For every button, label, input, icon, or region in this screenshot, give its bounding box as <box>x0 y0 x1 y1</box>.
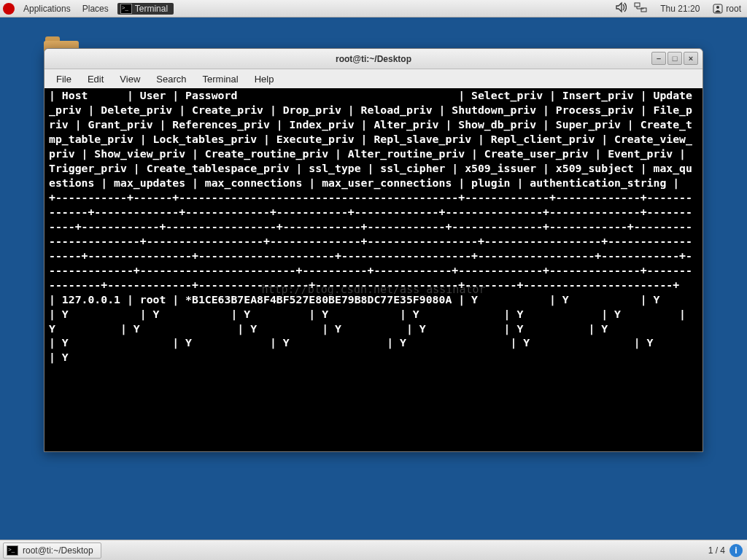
terminal-window: root@ti:~/Desktop – □ × File Edit View S… <box>44 48 703 452</box>
terminal-output[interactable]: | Host | User | Password | Select_priv |… <box>44 88 703 451</box>
close-button[interactable]: × <box>684 52 698 65</box>
menu-search[interactable]: Search <box>149 72 193 86</box>
user-label: root <box>726 4 741 14</box>
svg-rect-0 <box>635 3 640 7</box>
mysql-data-row: | 127.0.0.1 | root | *B1CE63B7EA8F4BF527… <box>49 293 703 364</box>
volume-icon[interactable] <box>615 1 627 15</box>
svg-point-3 <box>716 6 719 9</box>
menu-file[interactable]: File <box>49 72 79 86</box>
menu-view[interactable]: View <box>112 72 147 86</box>
user-menu[interactable]: root <box>713 4 741 14</box>
mysql-header-row: | Host | User | Password | Select_priv |… <box>49 89 692 189</box>
terminal-launcher[interactable]: Terminal <box>117 3 174 15</box>
menu-help[interactable]: Help <box>247 72 282 86</box>
taskbar-label: root@ti:~/Desktop <box>23 545 93 556</box>
top-panel: Applications Places Terminal Thu 21:20 r… <box>0 0 747 18</box>
applications-menu[interactable]: Applications <box>18 4 77 14</box>
user-icon <box>713 4 723 14</box>
terminal-launcher-label: Terminal <box>135 4 168 14</box>
menu-edit[interactable]: Edit <box>80 72 111 86</box>
menu-terminal[interactable]: Terminal <box>196 72 246 86</box>
mysql-separator: +-----------+------+--------------------… <box>49 191 692 291</box>
menubar: File Edit View Search Terminal Help <box>44 69 703 88</box>
places-menu[interactable]: Places <box>77 4 115 14</box>
distro-icon <box>3 3 15 15</box>
info-icon[interactable]: i <box>729 544 743 557</box>
network-icon[interactable] <box>634 2 647 15</box>
minimize-button[interactable]: – <box>651 52 666 65</box>
window-title: root@ti:~/Desktop <box>336 54 411 64</box>
titlebar[interactable]: root@ti:~/Desktop – □ × <box>44 49 703 69</box>
terminal-icon <box>7 545 18 556</box>
terminal-icon <box>120 4 132 14</box>
maximize-button[interactable]: □ <box>667 52 682 65</box>
bottom-panel: root@ti:~/Desktop 1 / 4 i <box>0 540 747 560</box>
taskbar-terminal[interactable]: root@ti:~/Desktop <box>3 542 101 559</box>
clock[interactable]: Thu 21:20 <box>654 4 705 14</box>
workspace-indicator[interactable]: 1 / 4 <box>708 545 725 556</box>
